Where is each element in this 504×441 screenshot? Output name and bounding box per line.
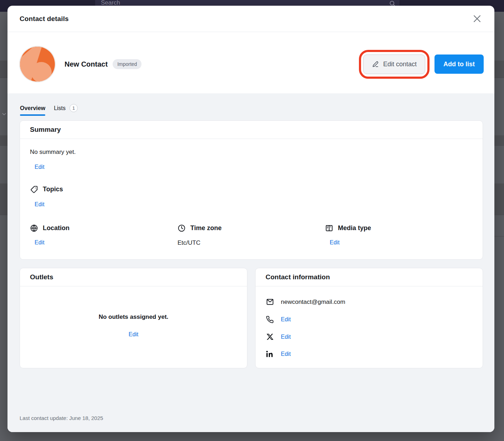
edit-contact-label: Edit contact — [383, 61, 417, 68]
outlets-card-header: Outlets — [20, 268, 247, 286]
modal-body: Overview Lists 1 Summary No summary yet.… — [7, 93, 494, 432]
media-type-edit-link[interactable]: Edit — [330, 239, 340, 246]
modal-footer: Last contact update: June 18, 2025 — [20, 415, 483, 432]
time-zone-value: Etc/UTC — [178, 239, 200, 246]
add-to-list-button[interactable]: Add to list — [434, 55, 484, 74]
tab-lists[interactable]: Lists 1 — [54, 104, 78, 116]
summary-empty-text: No summary yet. — [30, 149, 473, 156]
outlets-content: No outlets assigned yet. Edit — [20, 286, 247, 368]
media-type-field: Media type Edit — [325, 224, 473, 247]
clock-icon — [178, 224, 186, 232]
location-label: Location — [43, 224, 70, 232]
edit-contact-button[interactable]: Edit contact — [363, 55, 425, 74]
x-twitter-icon — [266, 333, 274, 341]
tab-overview[interactable]: Overview — [20, 105, 45, 116]
summary-title: Summary — [30, 126, 61, 133]
time-zone-label: Time zone — [190, 224, 222, 232]
last-update-text: Last contact update: June 18, 2025 — [20, 415, 103, 421]
media-type-label: Media type — [338, 224, 371, 232]
backdrop-table-left — [0, 12, 7, 441]
outlets-card: Outlets No outlets assigned yet. Edit — [20, 268, 247, 368]
media-type-icon — [325, 224, 333, 232]
email-value: newcontact@gmail.com — [281, 299, 345, 306]
globe-icon — [30, 224, 38, 232]
summary-card: Summary No summary yet. Edit Topics Edit — [20, 120, 483, 260]
summary-fields: Location Edit Time zone Etc/UTC — [30, 224, 473, 247]
tab-lists-label: Lists — [54, 105, 66, 111]
contact-details-modal: Contact details New Contact Imported — [7, 6, 494, 432]
phone-edit-link[interactable]: Edit — [281, 316, 291, 323]
linkedin-edit-link[interactable]: Edit — [281, 351, 291, 357]
contact-name-row: New Contact Imported — [65, 59, 142, 69]
outlets-edit-link[interactable]: Edit — [129, 331, 139, 338]
linkedin-icon — [266, 350, 274, 358]
time-zone-field: Time zone Etc/UTC — [178, 224, 325, 247]
modal-header: Contact details — [7, 6, 494, 32]
email-row: newcontact@gmail.com — [266, 298, 473, 306]
summary-card-header: Summary — [20, 121, 483, 139]
header-actions: Edit contact Add to list — [363, 55, 484, 74]
summary-content: No summary yet. Edit Topics Edit — [20, 139, 483, 259]
topics-edit-link[interactable]: Edit — [35, 201, 45, 208]
phone-row: Edit — [266, 316, 473, 323]
outlets-empty-text: No outlets assigned yet. — [99, 313, 169, 321]
contact-information-header: Contact information — [256, 268, 483, 286]
imported-badge: Imported — [113, 59, 142, 69]
close-icon[interactable] — [471, 13, 483, 25]
contact-information-content: newcontact@gmail.com Edit — [256, 286, 483, 369]
phone-icon — [266, 316, 274, 323]
outlets-title: Outlets — [30, 273, 53, 281]
contact-information-card: Contact information newcontact@gmail.com — [255, 268, 483, 368]
contact-name: New Contact — [65, 60, 108, 68]
location-field: Location Edit — [30, 224, 178, 247]
pencil-icon — [372, 61, 379, 68]
location-edit-link[interactable]: Edit — [35, 239, 45, 246]
lists-count-badge: 1 — [70, 104, 78, 112]
contact-information-title: Contact information — [266, 273, 330, 281]
topics-label: Topics — [43, 186, 63, 193]
modal-title: Contact details — [20, 15, 69, 23]
screen: Search Contact details New Co — [0, 0, 504, 441]
email-icon — [266, 298, 274, 306]
topics-section: Topics — [30, 185, 473, 193]
contact-header: New Contact Imported Edit contact Add to… — [7, 32, 494, 93]
x-row: Edit — [266, 333, 473, 341]
summary-edit-link[interactable]: Edit — [35, 164, 45, 170]
avatar — [20, 46, 55, 82]
tab-overview-label: Overview — [20, 105, 45, 111]
tabs: Overview Lists 1 — [20, 104, 483, 116]
tag-icon — [30, 185, 38, 193]
x-edit-link[interactable]: Edit — [281, 334, 291, 340]
chevron-down-icon — [1, 111, 7, 117]
linkedin-row: Edit — [266, 350, 473, 358]
backdrop-table-right — [494, 12, 504, 441]
